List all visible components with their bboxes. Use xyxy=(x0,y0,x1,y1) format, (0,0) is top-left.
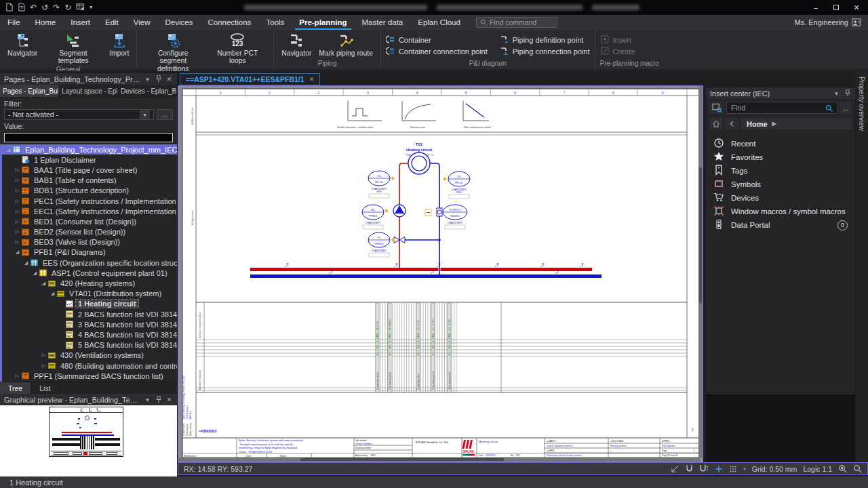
tree-item[interactable]: ◢VTA01 (Distribution system) xyxy=(2,289,177,299)
graphical-preview[interactable] xyxy=(0,405,177,476)
ribbon-tab-pre-planning[interactable]: Pre-planning xyxy=(292,15,354,30)
view-tab-list[interactable]: List xyxy=(31,382,59,394)
insert-center-icon[interactable] xyxy=(709,102,724,114)
vertical-scrollbar[interactable] xyxy=(698,86,703,458)
piping-navigator-button[interactable]: Navigator xyxy=(279,31,314,58)
tree-item[interactable]: ▷430 (Ventilation systems) xyxy=(2,350,177,361)
close-icon[interactable]: ✕ xyxy=(165,396,173,403)
tree-item[interactable]: 2 BACS function list VDI 3814 Part 4.3 xyxy=(2,309,177,319)
pin-icon[interactable] xyxy=(844,89,851,98)
ribbon-tab-insert[interactable]: Insert xyxy=(63,15,98,30)
ribbon-tab-file[interactable]: File xyxy=(0,15,28,30)
tree-item[interactable]: 5 BACS function list VDI 3814 Part 4.3 xyxy=(2,340,177,350)
expander-icon[interactable]: ◢ xyxy=(5,147,12,152)
ribbon-tab-master-data[interactable]: Master data xyxy=(355,15,411,30)
tree-item[interactable]: ▷PEC1 (Safety instructions / Implementat… xyxy=(2,196,177,206)
expander-icon[interactable]: ▷ xyxy=(40,352,47,358)
expander-icon[interactable]: ▷ xyxy=(14,167,21,173)
pin-icon[interactable] xyxy=(155,396,162,404)
configure-segment-definitions-button[interactable]: Configure segment definitions xyxy=(142,31,204,73)
new-page-icon[interactable] xyxy=(5,3,13,13)
navigator-button[interactable]: Navigator xyxy=(5,31,40,66)
undo-icon[interactable]: ↶ xyxy=(30,3,37,12)
piping-connection-point-button[interactable]: Piping connection point xyxy=(500,45,590,57)
snap-icon[interactable] xyxy=(671,464,679,473)
panel-menu-icon[interactable]: ▾ xyxy=(144,76,151,83)
tree-item[interactable]: ▷EEC1 (Safety instructions / Implementat… xyxy=(2,206,177,216)
insert-center-find-input[interactable]: Find xyxy=(726,102,837,114)
dock-tab-1[interactable]: Layout space - Eplan... xyxy=(59,85,118,97)
ribbon-tab-tools[interactable]: Tools xyxy=(258,15,292,30)
insert-center-item-favorites[interactable]: Favorites xyxy=(706,150,855,164)
expander-icon[interactable]: ▷ xyxy=(14,229,21,235)
expander-icon[interactable]: ◢ xyxy=(31,270,39,276)
quick-access-caret-icon[interactable]: ▾ xyxy=(90,5,92,10)
zoom-window-icon[interactable] xyxy=(838,464,847,473)
segment-templates-button[interactable]: Segment templates xyxy=(42,31,104,66)
insert-center-item-window-macros[interactable]: Window macros / symbol macros xyxy=(706,205,855,218)
expander-icon[interactable]: ◢ xyxy=(14,249,21,255)
expander-icon[interactable]: ▷ xyxy=(14,188,21,193)
container-connection-point-button[interactable]: Container connection point xyxy=(386,45,488,57)
tree-item[interactable]: ◢PFB1 (P&I Diagrams) xyxy=(2,247,177,258)
minimize-button[interactable]: – xyxy=(806,1,826,14)
pin-icon[interactable] xyxy=(155,75,162,83)
close-icon[interactable]: ✕ xyxy=(309,76,315,83)
grid-size[interactable]: Grid: 0.50 mm xyxy=(752,465,797,473)
maximize-button[interactable] xyxy=(826,1,846,14)
insert-center-item-symbols[interactable]: Symbols xyxy=(706,178,855,191)
crosshair-icon[interactable] xyxy=(715,465,723,473)
breadcrumb-home[interactable]: Home xyxy=(747,120,768,128)
ribbon-tab-edit[interactable]: Edit xyxy=(98,15,126,30)
expander-icon[interactable]: ▷ xyxy=(14,199,21,204)
home-icon[interactable] xyxy=(709,118,723,129)
expander-icon[interactable]: ▷ xyxy=(40,363,47,369)
grid-caret-icon[interactable]: ▾ xyxy=(743,466,746,472)
magnet-icon[interactable] xyxy=(686,464,693,473)
back-icon[interactable] xyxy=(725,118,738,129)
grid-display-icon[interactable] xyxy=(729,465,737,473)
expander-icon[interactable]: ▷ xyxy=(14,373,21,379)
value-input[interactable] xyxy=(4,133,173,142)
property-overview-tab[interactable]: Property overview xyxy=(858,77,865,131)
ribbon-tab-eplan-cloud[interactable]: Eplan Cloud xyxy=(410,15,468,30)
tree-item[interactable]: ▷BED1 (Consumer list (Design)) xyxy=(2,216,177,226)
insert-center-item-recent[interactable]: Recent xyxy=(706,137,855,150)
find-command-box[interactable]: Find command xyxy=(476,17,557,28)
tree-item[interactable]: ▷BDB1 (Structure description) xyxy=(2,186,177,196)
expander-icon[interactable]: ◢ xyxy=(22,260,30,266)
expander-icon[interactable]: ▷ xyxy=(14,239,21,245)
insert-center-item-tags[interactable]: Tags xyxy=(706,164,855,178)
mark-piping-route-button[interactable]: Mark piping route xyxy=(316,31,376,58)
insert-center-item-devices[interactable]: Devices xyxy=(706,191,855,205)
tree-item[interactable]: ▷BAB1 (Table of contents) xyxy=(2,176,177,186)
tree-item[interactable]: ▷BAA1 (Title page / cover sheet) xyxy=(2,165,177,175)
dock-tab-0[interactable]: Pages - Eplan_Buildin... xyxy=(0,85,59,97)
container-button[interactable]: Container xyxy=(386,34,488,45)
expander-icon[interactable]: ▷ xyxy=(14,209,21,214)
remove-filter-icon[interactable] xyxy=(76,3,85,13)
tree-item[interactable]: 1 Eplan Disclaimer xyxy=(2,155,177,165)
tree-item[interactable]: ◢ASP1 (Control equipment plant 01) xyxy=(2,268,177,278)
panel-menu-icon[interactable]: ▾ xyxy=(833,90,840,97)
tree-item[interactable]: ▷BED3 (Valve list (Design)) xyxy=(2,237,177,247)
open-page-icon[interactable] xyxy=(18,3,25,13)
close-icon[interactable]: ✕ xyxy=(165,76,173,83)
ribbon-tab-view[interactable]: View xyxy=(126,15,158,30)
tree-item[interactable]: ◢Eplan_Building_Technology_Project_mm_IE… xyxy=(2,144,177,155)
dock-tab-2[interactable]: Devices - Eplan_Build... xyxy=(118,85,177,97)
redo-history-icon[interactable]: ↻ xyxy=(64,3,71,12)
find-more-button[interactable]: ... xyxy=(840,102,852,114)
ribbon-tab-home[interactable]: Home xyxy=(28,15,64,30)
document-tab[interactable]: ==ASP1+420.VTA01++EES&PFB1/1 ✕ xyxy=(180,73,320,85)
tree-item[interactable]: 4 BACS function list VDI 3814 Part 4.3 xyxy=(2,329,177,340)
logic-scale[interactable]: Logic 1:1 xyxy=(803,465,832,473)
undo-history-icon[interactable]: ↺ xyxy=(41,3,48,12)
tree-item[interactable]: ◢420 (Heating systems) xyxy=(2,278,177,288)
tree-item[interactable]: 1 Heating circuit xyxy=(2,299,177,309)
insert-center-item-data-portal[interactable]: Data Portal0 xyxy=(706,218,855,232)
expander-icon[interactable]: ▷ xyxy=(14,178,21,183)
piping-definition-point-button[interactable]: Piping definition point xyxy=(500,34,590,45)
user-account[interactable]: Ms. Engineering xyxy=(795,15,862,30)
expander-icon[interactable]: ◢ xyxy=(40,281,47,286)
